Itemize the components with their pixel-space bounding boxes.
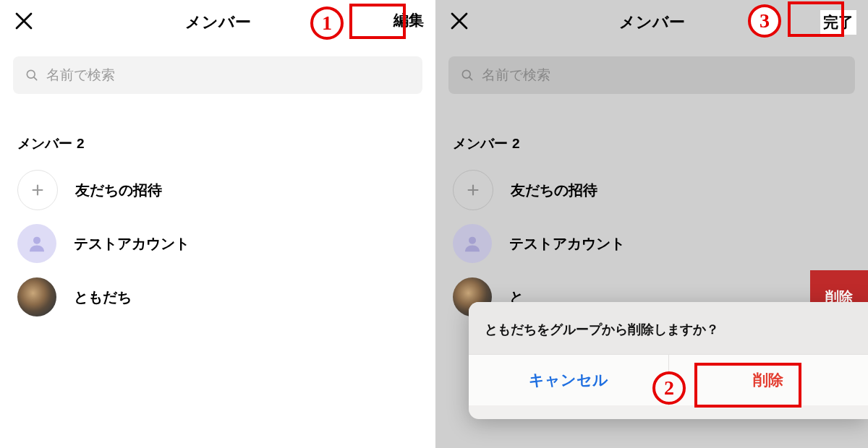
annotation-box-2 (694, 363, 801, 408)
members-count: 2 (77, 136, 85, 151)
members-label-text: メンバー (17, 136, 72, 151)
member-name: テストアカウント (509, 234, 625, 254)
invite-row[interactable]: 友だちの招待 (435, 163, 868, 217)
avatar-photo (17, 277, 56, 316)
invite-label: 友だちの招待 (75, 181, 162, 200)
members-section-label: メンバー2 (17, 134, 435, 153)
search-placeholder: 名前で検索 (482, 66, 550, 85)
person-icon (26, 233, 48, 254)
plus-avatar (453, 170, 493, 210)
plus-icon (465, 182, 481, 198)
member-row[interactable]: ともだち (0, 270, 435, 324)
annotation-number-3: 3 (748, 4, 781, 38)
search-input[interactable]: 名前で検索 (448, 56, 855, 94)
svg-point-2 (33, 237, 41, 244)
annotation-number-2: 2 (652, 371, 686, 405)
dialog-message: ともだちをグループから削除しますか？ (469, 302, 868, 355)
member-row[interactable]: テストアカウント (435, 217, 868, 270)
members-label-text: メンバー (453, 136, 508, 151)
plus-icon (30, 182, 46, 198)
annotation-box-3 (788, 1, 844, 37)
search-icon (460, 68, 475, 82)
member-name: テストアカウント (74, 234, 190, 254)
screen-right: メンバー 完了 名前で検索 メンバー2 友だちの招待 テストアカウント と 削除 (435, 0, 868, 448)
svg-line-4 (469, 77, 472, 80)
svg-point-5 (469, 237, 476, 244)
plus-avatar (17, 170, 58, 210)
invite-label: 友だちの招待 (511, 181, 597, 200)
search-placeholder: 名前で検索 (46, 66, 115, 85)
search-icon (25, 68, 39, 82)
member-name: ともだち (74, 288, 132, 307)
search-input[interactable]: 名前で検索 (13, 56, 422, 94)
avatar (17, 224, 56, 263)
person-icon (461, 233, 483, 254)
annotation-number-1: 1 (310, 7, 344, 40)
annotation-box-1 (349, 4, 406, 39)
members-section-label: メンバー2 (453, 134, 868, 153)
svg-line-1 (34, 77, 37, 80)
members-count: 2 (512, 136, 520, 151)
screen-left: メンバー 編集 名前で検索 メンバー2 友だちの招待 テストアカウント ともだち (0, 0, 435, 448)
cancel-button[interactable]: キャンセル (469, 355, 668, 405)
avatar (453, 224, 492, 263)
member-row[interactable]: テストアカウント (0, 217, 435, 270)
invite-row[interactable]: 友だちの招待 (0, 163, 435, 217)
